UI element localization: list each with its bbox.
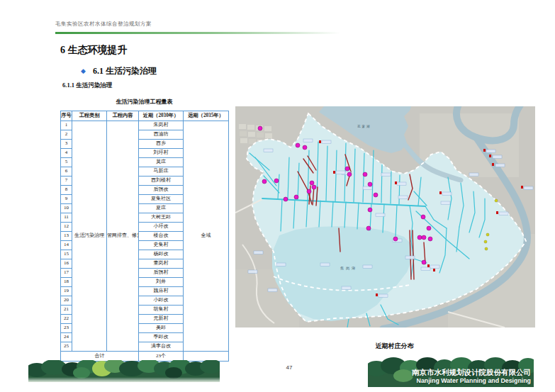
row-number-cell: 13: [61, 232, 72, 241]
village-cell: 夏集社区: [139, 195, 184, 204]
village-cell: 满李台孜: [139, 342, 184, 352]
row-number-cell: 1: [61, 121, 72, 130]
footer-trees-left: [28, 360, 220, 382]
row-number-cell: 22: [61, 315, 72, 324]
row-number-cell: 18: [61, 278, 72, 287]
header-divider-line: [55, 32, 340, 34]
village-cell: 小郢孜: [139, 296, 184, 306]
village-cell: 吴郢: [139, 324, 184, 333]
table-title: 生活污染治理工程量表: [60, 98, 228, 106]
village-cell: 刘井: [139, 278, 184, 287]
company-name-en: Nanjing Water Planning and Designing: [412, 377, 531, 385]
table-header-row: 序号工程类别工程内容近期（2030年）远期（2035年）: [61, 111, 229, 121]
village-cell: 董岗村: [139, 259, 184, 269]
village-cell: 杨郢孜: [139, 250, 184, 259]
table-column-header: 工程类别: [72, 111, 107, 121]
row-number-cell: 19: [61, 287, 72, 296]
longterm-cell: 全域: [184, 121, 229, 352]
row-number-cell: 16: [61, 259, 72, 269]
village-cell: 后拐村: [139, 269, 184, 278]
treatment-table-container: 序号工程类别工程内容近期（2030年）远期（2035年） 1生活污染治理管网排查…: [60, 111, 229, 362]
table-column-header: 工程内容: [107, 111, 139, 121]
row-number-cell: 15: [61, 250, 72, 259]
row-number-cell: 17: [61, 269, 72, 278]
diamond-bullet-icon: ◆: [81, 68, 86, 74]
row-number-cell: 10: [61, 204, 72, 213]
document-header-text: 毛集实验区农村水体综合整治规划方案: [55, 21, 152, 28]
row-number-cell: 8: [61, 186, 72, 195]
upper-lake-label: 花家湖: [357, 125, 371, 128]
row-number-cell: 23: [61, 324, 72, 333]
company-signature: 南京市水利规划设计院股份有限公司 Nanjing Water Planning …: [412, 368, 531, 385]
village-cell: 刘圩村: [139, 149, 184, 158]
row-number-cell: 4: [61, 149, 72, 158]
row-number-cell: 5: [61, 158, 72, 167]
village-cell: 莫庄: [139, 158, 184, 167]
table-column-header: 近期（2030年）: [139, 111, 184, 121]
village-cell: 大树王郢: [139, 213, 184, 223]
table-row: 1生活污染治理管网排查、修复朱岗村全域: [61, 121, 229, 130]
footer-trees-right: 南京市水利规划设计院股份有限公司 Nanjing Water Planning …: [368, 357, 534, 387]
row-number-cell: 2: [61, 130, 72, 140]
village-cell: 马新庄: [139, 167, 184, 177]
content-cell: 管网排查、修复: [107, 121, 139, 352]
section-title-row: ◆ 6.1 生活污染治理: [81, 65, 157, 77]
category-cell: 生活污染治理: [72, 121, 107, 352]
company-name-cn: 南京市水利规划设计院股份有限公司: [412, 368, 531, 377]
section-title: 6.1 生活污染治理: [93, 65, 157, 77]
row-number-cell: 25: [61, 342, 72, 352]
row-number-cell: 11: [61, 213, 72, 223]
row-number-cell: 7: [61, 177, 72, 186]
village-cell: 西刘楼村: [139, 177, 184, 186]
village-cell: 朱岗村: [139, 121, 184, 130]
village-cell: 后拐孜: [139, 186, 184, 195]
village-cell: 小圩孜: [139, 223, 184, 232]
village-cell: 季郢孜: [139, 333, 184, 342]
row-number-cell: 24: [61, 333, 72, 342]
row-number-cell: 12: [61, 223, 72, 232]
row-number-cell: 20: [61, 296, 72, 306]
village-cell: 楼台孜: [139, 232, 184, 241]
village-cell: 西油坊: [139, 130, 184, 140]
row-number-cell: 6: [61, 167, 72, 177]
village-cell: 胡集村: [139, 306, 184, 315]
treatment-table: 序号工程类别工程内容近期（2030年）远期（2035年） 1生活污染治理管网排查…: [60, 111, 229, 362]
row-number-cell: 21: [61, 306, 72, 315]
row-number-cell: 3: [61, 140, 72, 149]
village-cell: 西乡: [139, 140, 184, 149]
village-cell: 魏庙村: [139, 287, 184, 296]
table-column-header: 远期（2035年）: [184, 111, 229, 121]
lower-lake-label: 焦岗湖: [340, 266, 357, 271]
village-cell: 夏庄: [139, 204, 184, 213]
page-number: 47: [281, 364, 298, 371]
village-cell: 史集村: [139, 241, 184, 250]
village-distribution-map: 花家湖 焦岗湖: [235, 106, 535, 327]
row-number-cell: 9: [61, 195, 72, 204]
subsection-title: 6.1.1 生活污染治理: [62, 82, 112, 90]
village-cell: 元新村: [139, 315, 184, 324]
table-column-header: 序号: [61, 111, 72, 121]
map-caption: 近期村庄分布: [245, 342, 544, 351]
row-number-cell: 14: [61, 241, 72, 250]
chapter-title: 6 生态环境提升: [60, 44, 128, 57]
